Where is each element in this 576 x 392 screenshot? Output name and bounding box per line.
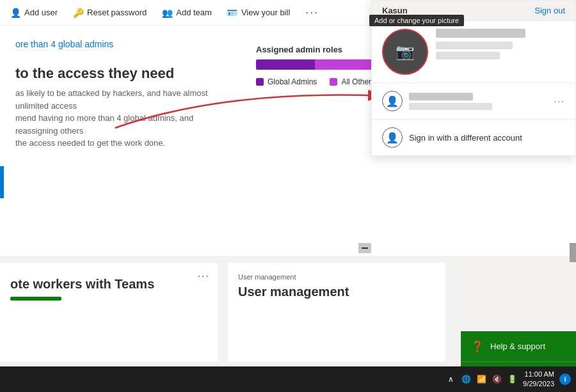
profile-role-blurred	[436, 52, 500, 59]
card-teams-more[interactable]: ···	[198, 270, 210, 282]
view-bill-button[interactable]: 🪪 View your bill	[227, 8, 290, 18]
profile-info	[436, 29, 565, 59]
blue-indicator	[0, 166, 4, 198]
legend-global-label: Global Admins	[268, 77, 317, 86]
legend-global-dot	[256, 78, 264, 86]
add-user-icon: 👤	[10, 8, 20, 18]
taskbar-network-icon[interactable]: 🌐	[460, 373, 472, 385]
reset-password-button[interactable]: 🔑 Reset password	[73, 8, 147, 18]
reset-password-icon: 🔑	[73, 8, 83, 18]
section-description: as likely to be attacked by hackers, and…	[15, 87, 220, 150]
add-team-icon: 👥	[162, 8, 172, 18]
camera-icon: 📷	[396, 43, 415, 61]
taskbar-date-value: 9/29/2023	[523, 379, 554, 389]
card-usermgmt-title: User management	[238, 285, 435, 299]
avatar-container: Add or change your picture 📷	[382, 29, 428, 75]
taskbar-battery-icon[interactable]: 🔋	[506, 373, 518, 385]
alert-text[interactable]: ore than 4 global admins	[15, 39, 113, 49]
profile-email-blurred	[436, 42, 513, 49]
account-icon: 👤	[382, 91, 403, 111]
help-support-label: Help & support	[490, 341, 545, 351]
legend-global: Global Admins	[256, 77, 317, 86]
toolbar-actions: 👤 Add user 🔑 Reset password 👥 Add team 🪪…	[10, 6, 319, 19]
card-teams-title: ote workers with Teams	[10, 277, 207, 292]
taskbar-datetime: 11:00 AM 9/29/2023	[523, 370, 554, 389]
taskbar-info-button[interactable]: i	[559, 373, 571, 385]
account-name-blurred	[409, 93, 473, 100]
help-support-icon: ❓	[471, 340, 484, 352]
dropdown-account-section[interactable]: 👤 ···	[372, 83, 575, 120]
taskbar-time-value: 11:00 AM	[523, 370, 554, 379]
dropdown-username: Kasun	[382, 6, 408, 15]
taskbar-volume-icon[interactable]: 🔇	[491, 373, 502, 385]
account-info	[409, 93, 547, 110]
switch-account-label: Sign in with a different account	[409, 133, 522, 143]
card-teams-progress	[10, 297, 61, 301]
dropdown-profile-section: Add or change your picture 📷	[372, 21, 575, 83]
legend-others-dot	[330, 78, 337, 86]
avatar[interactable]: 📷	[382, 29, 428, 75]
card-teams: ··· ote workers with Teams	[0, 263, 218, 361]
help-support-button[interactable]: ❓ Help & support	[461, 331, 576, 362]
taskbar-up-arrow[interactable]: ∧	[445, 373, 456, 385]
dropdown-signout[interactable]: Sign out	[534, 6, 565, 15]
taskbar-wifi-icon[interactable]: 📶	[476, 373, 487, 385]
minimize-icon	[362, 247, 368, 249]
add-user-button[interactable]: 👤 Add user	[10, 8, 58, 18]
more-actions-button[interactable]: ···	[305, 6, 319, 19]
global-admins-bar	[256, 59, 315, 70]
minimize-bar[interactable]	[358, 243, 371, 253]
switch-account-icon: 👤	[382, 127, 403, 148]
taskbar-system-icons: ∧ 🌐 📶 🔇 🔋	[445, 373, 518, 385]
view-bill-icon: 🪪	[227, 8, 237, 18]
switch-account-button[interactable]: 👤 Sign in with a different account	[372, 120, 575, 155]
add-team-button[interactable]: 👥 Add team	[162, 8, 212, 18]
account-detail-blurred	[409, 103, 492, 110]
profile-name-blurred	[436, 29, 525, 38]
profile-dropdown: Kasun Sign out Add or change your pictur…	[371, 0, 576, 156]
card-user-management: User management User management	[228, 263, 445, 361]
add-picture-tooltip: Add or change your picture	[369, 15, 464, 26]
card-usermgmt-label: User management	[238, 273, 435, 281]
taskbar: ∧ 🌐 📶 🔇 🔋 11:00 AM 9/29/2023 i	[0, 366, 576, 392]
account-more-button[interactable]: ···	[554, 96, 565, 106]
scrollbar-thumb[interactable]	[570, 243, 576, 262]
